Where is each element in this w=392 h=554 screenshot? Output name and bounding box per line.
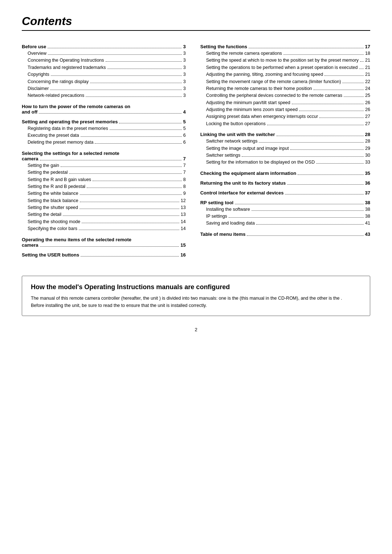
toc-entry: Setting the remote camera operations18 — [200, 50, 370, 57]
notice-box: How the model's Operating Instructions m… — [22, 276, 370, 316]
toc-entry: Deleting the preset memory data6 — [22, 139, 186, 146]
toc-columns: Before use3Overview3Concerning the Opera… — [22, 40, 370, 258]
toc-section-heading: Operating the menu items of the selected… — [22, 237, 186, 248]
toc-entry: Specifying the color bars14 — [22, 225, 186, 232]
toc-entry: Setting the white balance9 — [22, 190, 186, 197]
toc-entry: Concerning the ratings display3 — [22, 78, 186, 85]
toc-section-heading: Table of menu items43 — [200, 231, 370, 237]
toc-section-heading: Setting and operating the preset memorie… — [22, 119, 186, 124]
toc-entry: Network-related precautions3 — [22, 92, 186, 99]
toc-section-heading: Setting the USER buttons16 — [22, 252, 186, 258]
toc-entry: Returning the remote cameras to their ho… — [200, 85, 370, 92]
notice-text: The manual of this remote camera control… — [31, 295, 361, 309]
toc-entry: Adjusting the minimum lens zoom start sp… — [200, 106, 370, 113]
toc-section-heading: Setting the functions17 — [200, 44, 370, 49]
toc-entry: Trademarks and registered trademarks3 — [22, 64, 186, 71]
toc-entry: Switcher network settings28 — [200, 138, 370, 145]
toc-entry: Registering data in the preset memories5 — [22, 125, 186, 132]
toc-section-heading: How to turn the power of the remote came… — [22, 104, 186, 115]
toc-section-heading: Before use3 — [22, 44, 186, 49]
toc-entry: Installing the software38 — [200, 206, 370, 213]
toc-entry: Locking the button operations27 — [200, 120, 370, 127]
page-title: Contents — [22, 15, 370, 28]
toc-entry: Adjusting the panning, tilting, zooming … — [200, 71, 370, 78]
toc-entry: Setting the pedestal7 — [22, 169, 186, 176]
toc-entry: Setting the speed at which to move to th… — [200, 57, 370, 64]
toc-entry: Setting the shooting mode14 — [22, 218, 186, 225]
toc-entry: Setting the shutter speed13 — [22, 204, 186, 211]
toc-entry: Setting for the information to be displa… — [200, 159, 370, 166]
toc-entry: Switcher settings30 — [200, 152, 370, 159]
toc-entry: Overview3 — [22, 50, 186, 57]
toc-entry: Setting the black balance12 — [22, 197, 186, 204]
toc-section-heading: Selecting the settings for a selected re… — [22, 151, 186, 161]
toc-section-heading: Checking the equipment alarm information… — [200, 171, 370, 176]
toc-entry: Setting the operations to be performed w… — [200, 64, 370, 71]
toc-entry: IP settings38 — [200, 213, 370, 220]
toc-entry: Setting the detail13 — [22, 211, 186, 218]
toc-entry: Setting the movement range of the remote… — [200, 78, 370, 85]
toc-entry: Disclaimer3 — [22, 85, 186, 92]
toc-entry: Setting the gain7 — [22, 162, 186, 169]
toc-section-heading: Returning the unit to its factory status… — [200, 180, 370, 186]
toc-entry: Setting the image output and image input… — [200, 145, 370, 152]
toc-entry: Assigning preset data when emergency int… — [200, 113, 370, 120]
toc-section-heading: Control interface for external devices37 — [200, 190, 370, 196]
title-divider — [22, 30, 370, 31]
toc-entry: Saving and loading data41 — [200, 220, 370, 227]
toc-entry: Adjusting the minimum pan/tilt start spe… — [200, 99, 370, 106]
toc-col-right: Setting the functions17Setting the remot… — [200, 40, 370, 258]
toc-entry: Copyrights3 — [22, 71, 186, 78]
toc-entry: Concerning the Operating Instructions3 — [22, 57, 186, 64]
toc-entry: Executing the preset data6 — [22, 132, 186, 139]
toc-entry: Controlling the peripheral devices conne… — [200, 92, 370, 99]
toc-col-left: Before use3Overview3Concerning the Opera… — [22, 40, 186, 258]
page-number: 2 — [22, 327, 370, 332]
toc-entry: Setting the R and B pedestal8 — [22, 183, 186, 190]
toc-section-heading: Linking the unit with the switcher28 — [200, 132, 370, 137]
toc-section-heading: RP setting tool38 — [200, 200, 370, 205]
toc-entry: Setting the R and B gain values8 — [22, 176, 186, 183]
notice-title: How the model's Operating Instructions m… — [31, 283, 361, 291]
